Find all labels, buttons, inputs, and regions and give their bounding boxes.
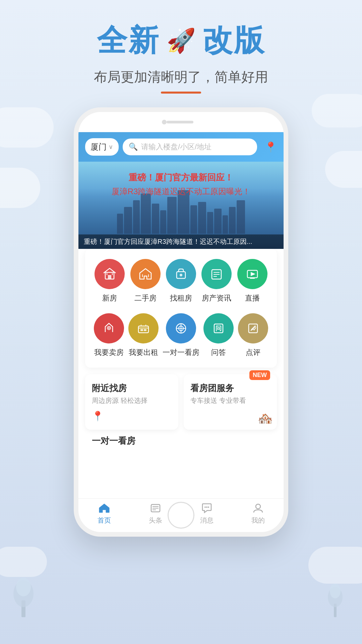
menu-item-second-hand[interactable]: 二手房 <box>130 259 161 303</box>
menu-item-qa[interactable]: 问 问答 <box>203 313 234 358</box>
svg-point-42 <box>208 506 209 508</box>
qa-icon: 问 <box>203 313 234 343</box>
menu-item-sell[interactable]: 我要卖房 <box>94 313 124 358</box>
menu-item-rent[interactable]: 找租房 <box>166 259 196 303</box>
tree-decoration-left <box>10 570 37 617</box>
nearby-homes-title: 附近找房 <box>92 382 172 394</box>
nearby-homes-card[interactable]: 附近找房 周边房源 轻松选择 📍 <box>85 374 178 430</box>
deco-circle-right <box>325 151 362 188</box>
home-nav-icon <box>99 502 110 514</box>
menu-item-live[interactable]: 直播 <box>237 259 267 303</box>
sell-label: 我要卖房 <box>94 347 124 358</box>
phone-mockup: 厦门 ∨ 🔍 请输入楼盘/小区/地址 📍 <box>74 107 288 537</box>
deco-circle-left <box>0 168 40 208</box>
svg-point-40 <box>204 506 206 508</box>
menu-item-new-home[interactable]: 新房 <box>95 259 125 303</box>
cloud-decoration-left-top <box>0 107 54 148</box>
header-title-row: 全新 🚀 改版 <box>0 20 362 61</box>
banner-title-line1: 重磅！厦门官方最新回应！ <box>78 172 284 183</box>
sell-icon <box>94 313 124 343</box>
home-nav-label: 首页 <box>98 516 111 525</box>
svg-rect-7 <box>108 275 111 279</box>
header-subtitle: 布局更加清晰明了，简单好用 <box>0 68 362 86</box>
headline-nav-icon <box>150 502 161 514</box>
new-home-icon <box>95 259 125 289</box>
live-icon <box>237 259 267 289</box>
banner-bottom-text: 重磅！厦门官方回应厦漳R3跨海隧道！迟迟不动工原因... <box>78 234 284 249</box>
menu-item-one-to-one[interactable]: 一对一看房 <box>163 313 199 358</box>
second-hand-label: 二手房 <box>134 293 157 303</box>
lease-label: 我要出租 <box>129 347 158 358</box>
location-icon[interactable]: 📍 <box>264 141 277 153</box>
city-selector[interactable]: 厦门 ∨ <box>85 138 119 156</box>
qa-label: 问答 <box>211 347 226 358</box>
svg-point-5 <box>330 584 341 598</box>
svg-rect-23 <box>138 326 148 333</box>
app-content: 厦门 ∨ 🔍 请输入楼盘/小区/地址 📍 <box>78 132 284 532</box>
rocket-icon: 🚀 <box>167 27 196 54</box>
menu-row-2: 我要卖房 我要出租 一对一看房 问 <box>92 313 270 358</box>
bottom-nav: 首页 头条 消息 我的 <box>78 498 284 532</box>
menu-row-1: 新房 二手房 找租房 <box>92 259 270 303</box>
header-area: 全新 🚀 改版 布局更加清晰明了，简单好用 <box>0 20 362 94</box>
bottom-cards-area: 附近找房 周边房源 轻松选择 📍 NEW 看房团服务 专车接送 专业带看 🏘️ <box>78 368 284 430</box>
profile-nav-icon <box>252 502 264 514</box>
house-tour-card[interactable]: NEW 看房团服务 专车接送 专业带看 🏘️ <box>184 374 277 430</box>
phone-speaker <box>167 121 193 123</box>
news-icon <box>201 259 232 289</box>
menu-card: 新房 二手房 找租房 <box>85 249 277 368</box>
svg-point-11 <box>180 274 182 276</box>
header-underline <box>161 92 201 94</box>
message-nav-label: 消息 <box>200 516 214 525</box>
svg-point-2 <box>16 578 31 596</box>
search-placeholder-text: 请输入楼盘/小区/地址 <box>141 142 212 152</box>
phone-top-bar <box>78 112 284 132</box>
city-name: 厦门 <box>90 142 107 152</box>
banner-text-overlay: 重磅！厦门官方最新回应！ 厦漳R3跨海隧道迟迟不动工原因曝光！ <box>78 172 284 197</box>
app-header: 厦门 ∨ 🔍 请输入楼盘/小区/地址 📍 <box>78 132 284 162</box>
live-label: 直播 <box>245 293 260 303</box>
house-illustration: 🏘️ <box>258 412 273 426</box>
new-home-label: 新房 <box>102 293 117 303</box>
title-left: 全新 <box>97 20 160 61</box>
phone-camera <box>162 120 167 124</box>
nav-item-home[interactable]: 首页 <box>78 502 130 525</box>
house-tour-title: 看房团服务 <box>190 382 270 394</box>
banner-title-line2: 厦漳R3跨海隧道迟迟不动工原因曝光！ <box>78 186 284 197</box>
one-to-one-icon <box>166 313 196 343</box>
title-right: 改版 <box>202 20 265 61</box>
phone-home-button[interactable] <box>168 502 194 529</box>
rent-icon <box>166 259 196 289</box>
svg-rect-26 <box>144 329 146 331</box>
svg-point-43 <box>256 504 260 509</box>
cloud-decoration-right-top <box>312 94 362 127</box>
lease-icon <box>128 313 159 343</box>
tree-decoration-right <box>325 577 345 617</box>
news-label: 房产资讯 <box>202 293 231 303</box>
profile-nav-label: 我的 <box>251 516 265 525</box>
nav-item-profile[interactable]: 我的 <box>232 502 284 525</box>
review-icon <box>238 313 268 343</box>
new-badge: NEW <box>249 370 270 380</box>
message-nav-icon <box>201 502 213 514</box>
one-to-one-section-title: 一对一看房 <box>92 435 270 447</box>
svg-text:问: 问 <box>216 325 222 332</box>
house-tour-subtitle: 专车接送 专业带看 <box>190 396 270 405</box>
search-bar[interactable]: 🔍 请输入楼盘/小区/地址 <box>123 139 257 155</box>
rent-label: 找租房 <box>170 293 192 303</box>
search-icon: 🔍 <box>129 143 138 151</box>
dropdown-arrow-icon: ∨ <box>109 143 113 151</box>
review-label: 点评 <box>246 347 260 358</box>
menu-item-review[interactable]: 点评 <box>238 313 268 358</box>
svg-rect-25 <box>140 329 143 331</box>
second-hand-icon <box>130 259 161 289</box>
one-to-one-label: 一对一看房 <box>163 347 199 358</box>
headline-nav-label: 头条 <box>149 516 162 525</box>
menu-item-lease[interactable]: 我要出租 <box>128 313 159 358</box>
menu-item-news[interactable]: 房产资讯 <box>201 259 232 303</box>
svg-marker-17 <box>251 272 255 276</box>
map-pin-icon: 📍 <box>92 411 172 422</box>
nearby-homes-subtitle: 周边房源 轻松选择 <box>92 396 172 405</box>
banner-area: 重磅！厦门官方最新回应！ 厦漳R3跨海隧道迟迟不动工原因曝光！ 重磅！厦门官方回… <box>78 162 284 249</box>
svg-point-41 <box>206 506 207 508</box>
